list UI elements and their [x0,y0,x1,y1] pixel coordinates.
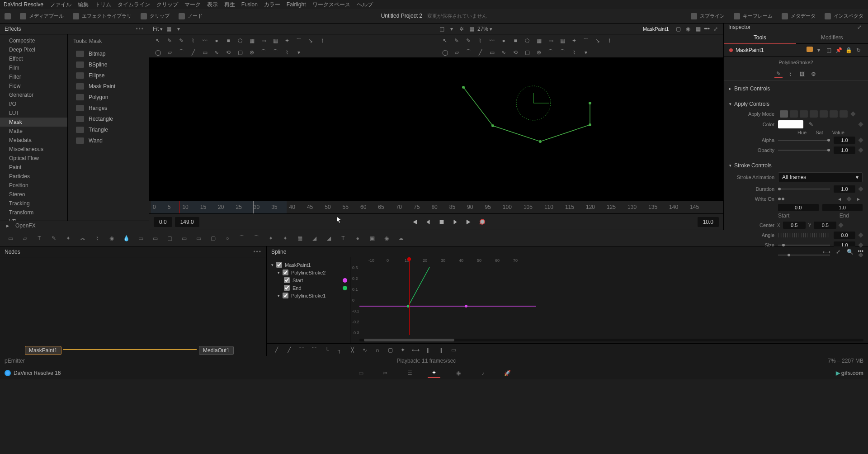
shelf-23[interactable]: T [338,234,348,243]
effects-categories[interactable]: CompositeDeep PixelEffectFilmFilterFlowG… [0,34,68,221]
spline-playhead[interactable] [409,257,410,335]
goto-start-button[interactable] [410,218,419,227]
vtool-13[interactable]: ↘ [307,37,315,44]
viewer-left[interactable] [149,58,436,200]
page-fusion[interactable]: ✦ [428,368,440,378]
settings-tab-icon[interactable]: ⚙ [810,71,818,78]
spline-graph[interactable]: -10010203040506070 0.30.20.10-0.1-0.2-0.… [350,257,868,343]
inspector-node-header[interactable]: MaskPaint1 ▾ ◫ 📌 🔒 ↻ [724,44,868,57]
vtool2-6[interactable]: ⟲ [511,49,519,56]
shelf-20[interactable]: ▦ [295,234,305,243]
tb-キーフレーム[interactable]: キーフレーム [729,11,777,21]
tool-BSpline[interactable]: BSpline [73,60,143,70]
tree-PolylineStroke2[interactable]: ▾PolylineStroke2 [269,269,347,276]
shelf-26[interactable]: ◉ [382,234,392,243]
vtool2-9[interactable]: ⌒ [259,49,268,56]
menu-9[interactable]: Fusion [241,1,258,8]
page-cut[interactable]: ✂ [379,368,392,378]
menu-1[interactable]: ファイル [50,1,71,9]
tool-Triangle[interactable]: Triangle [73,125,143,135]
vtool2-7[interactable]: ▢ [236,49,244,56]
center-x[interactable]: 0.5 [783,222,806,229]
cat-Particles[interactable]: Particles [0,172,67,181]
spline-fit-icon[interactable]: ⤢ [834,248,842,255]
vtool-5[interactable]: ● [500,37,508,44]
viewer-menu-icon[interactable]: ••• [704,26,710,32]
lock-icon[interactable]: 🔒 [844,47,853,54]
cat-Filter[interactable]: Filter [0,72,67,81]
writeon-end[interactable]: 1.0 [822,204,863,211]
spbtn-2[interactable]: ⌒ [297,346,306,354]
shelf-7[interactable]: ◉ [107,234,117,243]
range-start[interactable]: 0.0 [154,217,172,227]
shelf-5[interactable]: ⫘ [78,234,88,243]
tab-modifiers[interactable]: Modifiers [796,31,868,44]
viewer-snap-icon[interactable]: ✲ [458,25,466,33]
cat-Matte[interactable]: Matte [0,127,67,136]
viewer-right[interactable] [436,58,723,200]
spline-scrollbar[interactable] [359,339,863,341]
brush-controls-header[interactable]: ▸Brush Controls [729,84,863,94]
shelf-10[interactable]: ▭ [150,234,160,243]
view-opts-icon[interactable]: ▾ [175,25,183,33]
spbtn-0[interactable]: ╱ [272,346,280,354]
tb-メタデータ[interactable]: メタデータ [777,11,820,21]
timeline-ruler[interactable]: 0510152025303540455055606570758085909510… [149,200,723,214]
vtool-12[interactable]: ⌒ [582,37,590,44]
vtool2-3[interactable]: ╱ [476,49,484,56]
range-end[interactable]: 149.0 [175,217,199,227]
viewer1-zoom[interactable]: Fit ▾ [153,26,163,32]
vtool-6[interactable]: ■ [511,37,519,44]
vtool-5[interactable]: ● [212,37,221,44]
node-graph[interactable]: MaskPaint1 MediaOut1 [0,257,266,356]
vtool2-0[interactable]: ◯ [441,49,449,56]
vtool-11[interactable]: ✦ [283,37,291,44]
cat-Miscellaneous[interactable]: Miscellaneous [0,145,67,154]
shelf-8[interactable]: 💧 [121,234,131,243]
viewer-max-icon[interactable]: ⤢ [712,25,720,33]
node-maskpaint1[interactable]: MaskPaint1 [25,346,61,355]
cat-Transform[interactable]: Transform [0,208,67,217]
playhead[interactable] [179,201,179,213]
vtool-13[interactable]: ↘ [594,37,602,44]
menu-4[interactable]: タイムライン [118,1,150,9]
viewer-dd-icon[interactable]: ▾ [448,25,456,33]
panel-menu-icon[interactable]: ••• [136,26,144,32]
viewer-ab-icon[interactable]: ▢ [674,25,682,33]
controls-tab-icon[interactable]: ✎ [774,71,783,78]
image-tab-icon[interactable]: 🖼 [798,71,806,78]
cat-Metadata[interactable]: Metadata [0,136,67,145]
vtool2-9[interactable]: ⌒ [547,49,555,56]
shelf-9[interactable]: ▭ [136,234,146,243]
spacing-slider[interactable] [778,255,830,255]
page-color[interactable]: ◉ [452,368,465,378]
viewer-grid-icon[interactable]: ▦ [467,25,476,33]
color-picker-icon[interactable]: ✎ [807,121,815,128]
vtool-9[interactable]: ▭ [547,37,555,44]
tool-Wand[interactable]: Wand [73,136,143,146]
stroke-anim-select[interactable]: All frames ▾ [778,172,863,182]
cat-Flow[interactable]: Flow [0,81,67,90]
tree-End[interactable]: End [269,284,347,292]
node-color-icon[interactable] [807,47,813,52]
tb-クリップ[interactable]: クリップ [136,11,174,21]
vtool2-4[interactable]: ▭ [488,49,496,56]
vtool-3[interactable]: ⌇ [476,37,484,44]
vtool2-2[interactable]: ⌒ [464,49,472,56]
tree-PolylineStroke1[interactable]: ▾PolylineStroke1 [269,292,347,299]
page-fairlight[interactable]: ♪ [476,368,489,378]
vtool-0[interactable]: ↖ [154,37,162,44]
shelf-16[interactable]: ⌒ [237,234,247,243]
page-media[interactable]: ▭ [354,368,367,378]
tb-menu-toggle[interactable] [0,11,15,21]
shelf-24[interactable]: ● [353,234,363,243]
menu-7[interactable]: 表示 [207,1,218,9]
vtool-1[interactable]: ✎ [165,37,174,44]
spbtn-4[interactable]: └ [323,346,331,354]
shelf-13[interactable]: ▭ [193,234,203,243]
vtool2-12[interactable]: ▾ [582,49,590,56]
tb-インスペクタ[interactable]: インスペクタ [820,11,868,21]
writeon-start[interactable]: 0.0 [778,204,819,211]
apply-controls-header[interactable]: ▾Apply Controls [729,99,863,109]
vtool2-6[interactable]: ⟲ [224,49,232,56]
